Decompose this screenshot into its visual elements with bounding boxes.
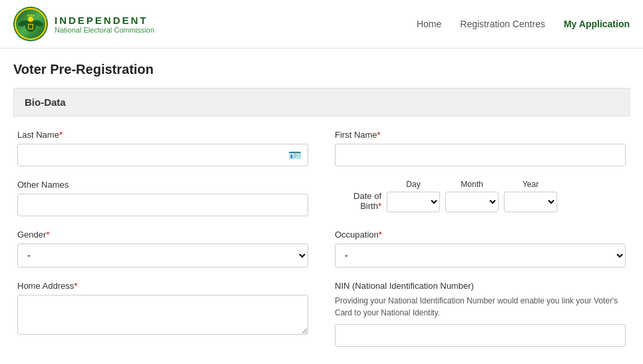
logo-icon: ★★★ bbox=[13, 7, 48, 41]
occupation-col: Occupation* - bbox=[335, 230, 626, 268]
nav-registration-centres[interactable]: Registration Centres bbox=[460, 19, 545, 29]
nav-home[interactable]: Home bbox=[417, 19, 441, 29]
last-name-input[interactable] bbox=[17, 144, 308, 166]
gender-select[interactable]: - bbox=[17, 244, 308, 268]
occupation-label: Occupation* bbox=[335, 230, 626, 240]
home-address-label: Home Address* bbox=[17, 281, 308, 291]
page-content: Voter Pre-Registration Bio-Data Last Nam… bbox=[0, 49, 643, 347]
last-name-input-wrapper: 🪪 bbox=[17, 144, 308, 166]
dob-month-col: Month bbox=[445, 180, 499, 212]
dob-day-label: Day bbox=[387, 180, 440, 189]
page-title: Voter Pre-Registration bbox=[13, 62, 630, 77]
logo-subtitle: National Electoral Commission bbox=[55, 26, 154, 34]
home-address-required: * bbox=[74, 281, 77, 291]
nav-my-application[interactable]: My Application bbox=[564, 19, 630, 29]
nin-label: NIN (National Identification Number) bbox=[335, 281, 626, 291]
other-names-col: Other Names bbox=[17, 180, 308, 216]
svg-rect-6 bbox=[29, 25, 33, 29]
first-name-required: * bbox=[377, 130, 381, 140]
logo-emblem: ★★★ bbox=[15, 8, 47, 40]
logo-title: INDEPENDENT bbox=[55, 15, 154, 26]
last-name-required: * bbox=[59, 130, 63, 140]
dob-row: Date ofBirth* Day Month bbox=[335, 180, 626, 212]
dob-col: Date ofBirth* Day Month bbox=[335, 180, 626, 216]
first-name-label: First Name* bbox=[335, 130, 626, 140]
id-card-icon: 🪪 bbox=[288, 149, 302, 162]
form: Last Name* 🪪 First Name* Other Names bbox=[13, 130, 630, 347]
gender-required: * bbox=[46, 230, 49, 240]
dob-label: Date ofBirth* bbox=[335, 191, 381, 211]
svg-text:★★★: ★★★ bbox=[27, 13, 35, 17]
form-row-gender-occupation: Gender* - Occupation* - bbox=[17, 230, 626, 268]
first-name-input[interactable] bbox=[335, 144, 626, 166]
dob-month-label: Month bbox=[445, 180, 499, 189]
form-row-address-nin: Home Address* NIN (National Identificati… bbox=[17, 281, 626, 347]
form-row-names: Last Name* 🪪 First Name* bbox=[17, 130, 626, 166]
nin-col: NIN (National Identification Number) Pro… bbox=[335, 281, 626, 347]
gender-label: Gender* bbox=[17, 230, 308, 240]
nav: Home Registration Centres My Application bbox=[417, 19, 630, 29]
header: ★★★ INDEPENDENT National Electoral Commi… bbox=[0, 0, 643, 49]
dob-month-select[interactable] bbox=[445, 192, 499, 212]
bio-data-label: Bio-Data bbox=[25, 96, 66, 108]
other-names-input[interactable] bbox=[17, 194, 308, 216]
home-address-col: Home Address* bbox=[17, 281, 308, 347]
dob-inputs: Day Month Year bbox=[387, 180, 626, 212]
first-name-col: First Name* bbox=[335, 130, 626, 166]
occupation-select[interactable]: - bbox=[335, 244, 626, 268]
logo-area: ★★★ INDEPENDENT National Electoral Commi… bbox=[13, 7, 154, 41]
form-row-other-dob: Other Names Date ofBirth* Day bbox=[17, 180, 626, 216]
nin-info: Providing your National Identification N… bbox=[335, 295, 626, 319]
logo-text: INDEPENDENT National Electoral Commissio… bbox=[55, 15, 154, 34]
bio-data-section-header: Bio-Data bbox=[13, 88, 630, 116]
dob-day-select[interactable] bbox=[387, 192, 440, 212]
nin-input[interactable] bbox=[335, 324, 626, 347]
dob-year-col: Year bbox=[504, 180, 557, 212]
occupation-required: * bbox=[379, 230, 382, 240]
home-address-input[interactable] bbox=[17, 295, 308, 335]
last-name-col: Last Name* 🪪 bbox=[17, 130, 308, 166]
svg-point-3 bbox=[28, 17, 33, 22]
dob-day-col: Day bbox=[387, 180, 440, 212]
last-name-label: Last Name* bbox=[17, 130, 308, 140]
gender-col: Gender* - bbox=[17, 230, 308, 268]
dob-year-label: Year bbox=[504, 180, 557, 189]
other-names-label: Other Names bbox=[17, 180, 308, 190]
dob-label-col: Date ofBirth* bbox=[335, 191, 381, 212]
dob-year-select[interactable] bbox=[504, 192, 557, 212]
